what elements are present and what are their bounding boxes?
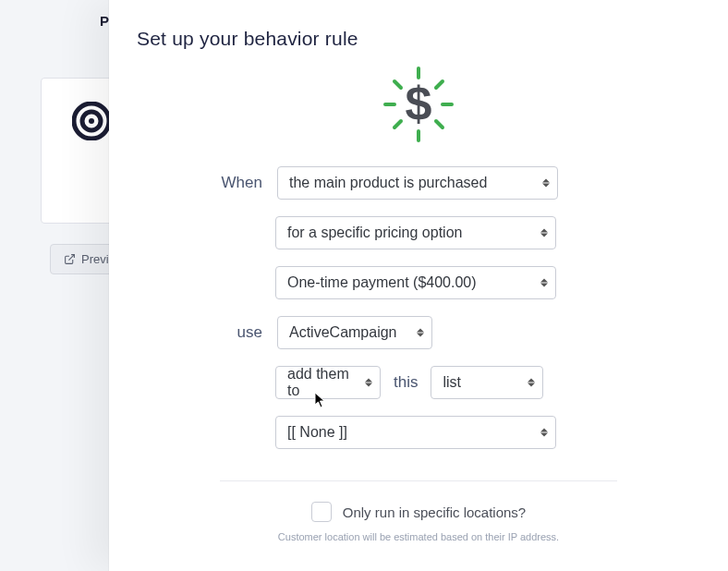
- condition-select[interactable]: for a specific pricing option: [275, 216, 556, 249]
- use-label: use: [220, 323, 262, 342]
- locations-checkbox[interactable]: [311, 502, 332, 522]
- trigger-select[interactable]: the main product is purchased: [277, 166, 558, 200]
- target-icon: [72, 102, 111, 144]
- target-value-select[interactable]: [[ None ]]: [275, 416, 556, 449]
- divider: [220, 480, 617, 481]
- this-connector: this: [392, 373, 419, 392]
- integration-select-value: ActiveCampaign: [289, 324, 397, 341]
- bg-header-left: P: [100, 13, 109, 29]
- pricing-option-select[interactable]: One-time payment ($400.00): [275, 266, 556, 299]
- action-select[interactable]: add them to: [275, 366, 381, 399]
- purchase-money-icon: $: [109, 50, 728, 166]
- svg-line-10: [436, 81, 443, 88]
- target-value-select-value: [[ None ]]: [287, 424, 347, 441]
- condition-select-value: for a specific pricing option: [287, 225, 462, 241]
- chevron-updown-icon: [365, 379, 372, 387]
- locations-hint: Customer location will be estimated base…: [220, 531, 617, 542]
- chevron-updown-icon: [542, 179, 550, 188]
- modal-title: Set up your behavior rule: [109, 0, 728, 50]
- svg-line-8: [436, 121, 443, 128]
- modal-footer: Only run in specific locations? Customer…: [220, 502, 617, 555]
- svg-point-2: [89, 118, 94, 124]
- chevron-updown-icon: [417, 329, 424, 337]
- chevron-updown-icon: [528, 379, 535, 387]
- svg-text:$: $: [406, 77, 432, 130]
- integration-select[interactable]: ActiveCampaign: [277, 316, 432, 349]
- chevron-updown-icon: [540, 429, 548, 437]
- trigger-select-value: the main product is purchased: [289, 175, 487, 191]
- locations-checkbox-label: Only run in specific locations?: [343, 504, 526, 520]
- action-select-value: add them to: [287, 366, 352, 399]
- target-type-select[interactable]: list: [431, 366, 543, 399]
- when-label: When: [220, 174, 262, 192]
- target-type-select-value: list: [443, 374, 461, 391]
- chevron-updown-icon: [540, 279, 548, 287]
- preview-button-label: Previ: [81, 252, 109, 266]
- chevron-updown-icon: [540, 229, 548, 237]
- external-link-icon: [64, 253, 76, 265]
- behavior-rule-modal: Set up your behavior rule $ When the mai…: [109, 0, 728, 571]
- pricing-option-select-value: One-time payment ($400.00): [287, 274, 477, 291]
- svg-line-7: [394, 81, 401, 88]
- svg-line-9: [394, 121, 401, 128]
- rule-form: When the main product is purchased for a…: [109, 166, 728, 571]
